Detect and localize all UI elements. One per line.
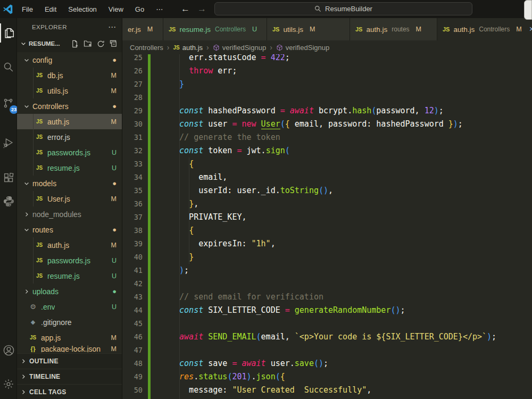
line-number: 32 [122, 144, 143, 157]
chevron-right-icon [20, 358, 27, 364]
breadcrumb-label: verifiedSignup [286, 44, 329, 52]
tree-item-config[interactable]: config● [17, 52, 122, 68]
tree-item-resume.js[interactable]: JSresume.jsU [17, 268, 122, 284]
code-line-48: 48 const save = await user.save(); [122, 357, 532, 370]
tree-item-.gitignore[interactable]: ◆.gitignore [17, 314, 122, 330]
tree-item-resume.js[interactable]: JSresume.jsU [17, 160, 122, 176]
tree-item-passwords.js[interactable]: JSpasswords.jsU [17, 253, 122, 268]
tab-auth.js-controllers[interactable]: JSauth.jsControllersM× [437, 18, 532, 40]
line-number: 38 [122, 224, 143, 237]
code-line-30: 30 const user = new User({ email, passwo… [122, 118, 532, 131]
line-number: 27 [122, 78, 143, 91]
panel-label: TIMELINE [29, 373, 60, 380]
tree-item-user.js[interactable]: JSUser.jsM [17, 191, 122, 206]
tab-bar: er.jsMJSresume.jsControllersUJSutils.jsM… [122, 18, 532, 40]
tab-label: auth.js [366, 26, 387, 34]
code-editor[interactable]: 25 err.statusCode = 422;26 throw err;27 … [122, 54, 532, 399]
breadcrumb-item-auth.js[interactable]: JSauth.js [173, 44, 203, 52]
code-text: const hashedPassword = await bcrypt.hash… [170, 104, 444, 118]
tree-item-utils.js[interactable]: JSutils.jsM [17, 83, 122, 98]
collapse-all-icon[interactable] [110, 40, 118, 48]
line-number: 29 [122, 104, 143, 118]
tree-item-.env[interactable]: ⚙.envU [17, 299, 122, 314]
explorer-icon[interactable] [0, 23, 17, 43]
untracked-badge: U [112, 272, 117, 280]
vscode-logo-icon [0, 4, 16, 14]
tab-utils.js[interactable]: JSutils.jsM [267, 18, 350, 40]
panel-header-timeline[interactable]: TIMELINE [17, 369, 122, 384]
tree-item-uploads[interactable]: uploads● [17, 284, 122, 299]
modified-badge: M [111, 118, 117, 126]
code-text: PRIVATE_KEY, [170, 211, 247, 224]
menu-item-go[interactable]: Go [129, 3, 150, 15]
tree-item-package-lock.json[interactable]: {}package-lock.jsonM [17, 345, 122, 352]
tree-item-app.js[interactable]: JSapp.jsM [17, 330, 122, 345]
workspace-section-header[interactable]: RESUME... [17, 36, 122, 51]
new-folder-icon[interactable] [84, 39, 92, 48]
tree-item-label: routes [32, 226, 53, 234]
tree-item-node-modules[interactable]: node_modules [17, 206, 122, 222]
workspace-name: RESUME... [29, 40, 60, 47]
breadcrumb-item-verifiedsignup[interactable]: verifiedSignup [213, 44, 266, 52]
account-icon[interactable] [0, 340, 17, 360]
panel-header-cell-tags[interactable]: CELL TAGS [17, 384, 122, 399]
code-line-46: 46 await SEND_EMAIL(email, `<p>Your code… [122, 330, 532, 344]
extensions-icon[interactable] [0, 168, 17, 187]
js-file-icon: JS [35, 165, 44, 171]
code-text: const SIX_LETTER_CODE = generateRandomNu… [170, 304, 405, 317]
line-number: 50 [122, 384, 143, 397]
tree-item-routes[interactable]: routes● [17, 222, 122, 237]
python-icon[interactable] [0, 192, 17, 211]
search-sidebar-icon[interactable] [0, 57, 17, 77]
menu-item-selection[interactable]: Selection [62, 3, 102, 15]
tree-item-models[interactable]: models● [17, 176, 122, 191]
settings-gear-icon[interactable] [0, 375, 17, 394]
tab-er.js[interactable]: er.jsM [122, 18, 163, 40]
menu-bar: FileEditSelectionViewGo⋯ [16, 3, 169, 15]
tree-item-db.js[interactable]: JSdb.jsM [17, 68, 122, 83]
menu-item-file[interactable]: File [16, 3, 39, 15]
code-text: email, [170, 171, 227, 184]
command-center-search[interactable]: ResumeBuilder [214, 2, 472, 15]
nav-forward-icon[interactable]: → [197, 4, 206, 14]
menu-item-view[interactable]: View [103, 3, 129, 15]
tree-indent-guide [33, 114, 34, 129]
code-line-32: 32 const token = jwt.sign( [122, 144, 532, 157]
code-line-44: 44 const SIX_LETTER_CODE = generateRando… [122, 304, 532, 317]
explorer-more-icon[interactable]: ⋯ [108, 22, 117, 32]
js-file-icon: JS [35, 119, 44, 124]
tab-auth.js-routes[interactable]: JSauth.jsroutesM [350, 18, 437, 40]
tree-item-error.js[interactable]: JSerror.js [17, 129, 122, 145]
menu-item-edit[interactable]: Edit [39, 3, 62, 15]
code-line-49: 49 res.status(201).json({ [122, 370, 532, 384]
new-file-icon[interactable] [71, 40, 79, 48]
code-text: } [170, 78, 184, 91]
breadcrumb-item-controllers[interactable]: Controllers [130, 44, 163, 52]
tree-item-passwords.js[interactable]: JSpasswords.jsU [17, 145, 122, 160]
nav-back-icon[interactable]: ← [181, 4, 190, 14]
tree-item-controllers[interactable]: Controllers● [17, 98, 122, 114]
code-line-28: 28 [122, 91, 532, 104]
chevron-down-icon [20, 40, 27, 47]
js-file-icon: JS [35, 242, 44, 248]
refresh-icon[interactable] [97, 40, 105, 48]
breadcrumb-item-verifiedsignup[interactable]: verifiedSignup [276, 44, 329, 52]
run-debug-icon[interactable] [0, 133, 17, 152]
panel-header-outline[interactable]: OUTLINE [17, 353, 122, 369]
sidebar-panels: OUTLINETIMELINECELL TAGS [17, 353, 122, 399]
tree-item-auth.js[interactable]: JSauth.jsM [17, 237, 122, 253]
tree-item-auth.js[interactable]: JSauth.jsM [17, 114, 122, 129]
source-control-icon[interactable]: 23 [0, 94, 17, 113]
line-number: 34 [122, 171, 143, 184]
chevron-right-icon [20, 389, 27, 395]
tab-resume.js-controllers[interactable]: JSresume.jsControllersU [163, 18, 267, 40]
code-text: userId: user._id.toString(), [170, 184, 333, 197]
untracked-badge: U [112, 164, 117, 172]
code-text: // generate the token [170, 131, 280, 144]
tab-close-icon[interactable]: × [529, 24, 532, 34]
menu-item-[interactable]: ⋯ [150, 3, 169, 15]
modified-badge: M [310, 26, 315, 33]
modified-badge: M [111, 72, 117, 79]
line-number: 30 [122, 118, 143, 131]
json-file-icon: {} [29, 345, 37, 352]
